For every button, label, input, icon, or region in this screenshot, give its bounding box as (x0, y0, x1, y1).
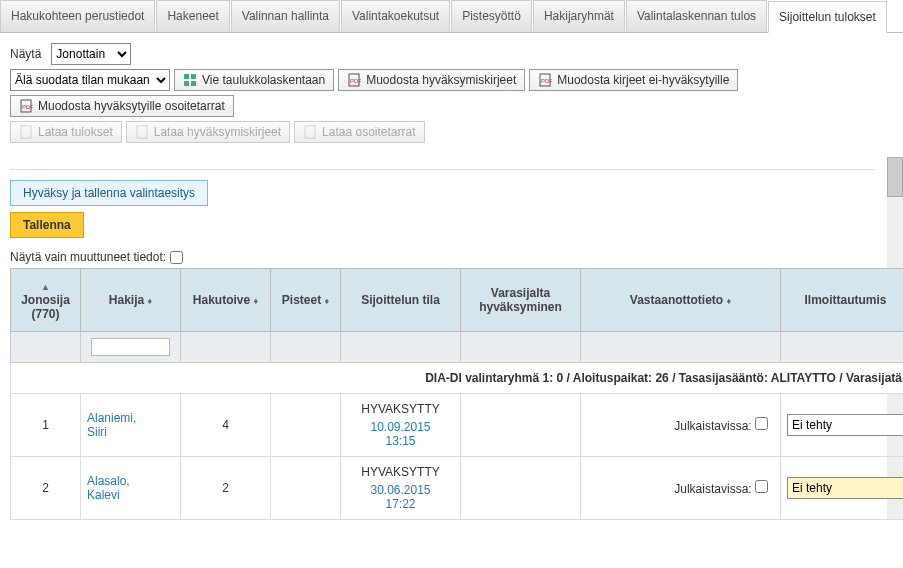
cell-hakija-link[interactable]: Alasalo,Kalevi (81, 457, 181, 520)
ilmo-select[interactable]: Ei tehty (787, 414, 903, 436)
col-jonosija[interactable]: ▲Jonosija (770) (11, 269, 81, 332)
cell-vara (461, 394, 581, 457)
ei-label: Muodosta kirjeet ei-hyväksytyille (557, 73, 729, 87)
cell-hakija-link[interactable]: Alaniemi,Siiri (81, 394, 181, 457)
tab-laskenta[interactable]: Valintalaskennan tulos (626, 0, 767, 32)
hyv-label: Muodosta hyväksymiskirjeet (366, 73, 516, 87)
ilmo-select[interactable]: Ei tehty (787, 477, 903, 499)
cell-toive: 4 (181, 394, 271, 457)
tab-bar: Hakukohteen perustiedot Hakeneet Valinna… (0, 0, 903, 33)
download-labels-button: Lataa osoitetarrat (294, 121, 424, 143)
tab-sijoittelun[interactable]: Sijoittelun tulokset (768, 1, 887, 33)
tab-hakijaryhmat[interactable]: Hakijaryhmät (533, 0, 625, 32)
export-label: Vie taulukkolaskentaan (202, 73, 325, 87)
svg-rect-12 (305, 126, 315, 138)
svg-rect-11 (137, 126, 147, 138)
pdf-icon: PDF (347, 73, 361, 87)
lataa-tul-label: Lataa tulokset (38, 125, 113, 139)
cell-ilmo: Ei tehty (781, 394, 904, 457)
julkaistavissa-checkbox[interactable] (755, 480, 768, 493)
pdf-icon: PDF (538, 73, 552, 87)
svg-rect-10 (21, 126, 31, 138)
cell-pisteet (271, 457, 341, 520)
tab-valinnan[interactable]: Valinnan hallinta (231, 0, 340, 32)
download-acceptance-button: Lataa hyväksymiskirjeet (126, 121, 290, 143)
group-header-row: DIA-DI valintaryhmä 1: 0 / Aloituspaikat… (11, 363, 904, 394)
svg-rect-0 (184, 74, 189, 79)
julkaistavissa-checkbox[interactable] (755, 417, 768, 430)
cell-ilmo: Ei tehty (781, 457, 904, 520)
cell-vara (461, 457, 581, 520)
pdf-icon (19, 125, 33, 139)
col-vastaanotto[interactable]: Vastaanottotieto ♦ (581, 269, 781, 332)
col-sijoittelun[interactable]: Sijoittelun tila (341, 269, 461, 332)
cell-jono: 2 (11, 457, 81, 520)
save-button[interactable]: Tallenna (10, 212, 84, 238)
download-results-button: Lataa tulokset (10, 121, 122, 143)
create-rejection-letters-button[interactable]: PDF Muodosta kirjeet ei-hyväksytyille (529, 69, 738, 91)
filter-hakija-input[interactable] (91, 338, 169, 356)
cell-toive: 2 (181, 457, 271, 520)
svg-rect-1 (191, 74, 196, 79)
changed-only-label: Näytä vain muuttuneet tiedot: (10, 250, 166, 264)
svg-text:PDF: PDF (22, 104, 33, 110)
tab-kutsut[interactable]: Valintakoekutsut (341, 0, 450, 32)
filter-row (11, 332, 904, 363)
pdf-icon (135, 125, 149, 139)
tab-pistesyotto[interactable]: Pistesyöttö (451, 0, 532, 32)
cell-jono: 1 (11, 394, 81, 457)
create-address-labels-button[interactable]: PDF Muodosta hyväksytyille osoitetarrat (10, 95, 234, 117)
nayta-label: Näytä (10, 47, 41, 61)
cell-vast: Julkaistavissa: (581, 457, 781, 520)
cell-status[interactable]: HYVAKSYTTY 10.09.2015 13:15 (341, 394, 461, 457)
tab-perustiedot[interactable]: Hakukohteen perustiedot (0, 0, 155, 32)
cell-status[interactable]: HYVAKSYTTY 30.06.2015 17:22 (341, 457, 461, 520)
lataa-hyv-label: Lataa hyväksymiskirjeet (154, 125, 281, 139)
export-spreadsheet-button[interactable]: Vie taulukkolaskentaan (174, 69, 334, 91)
col-ilmoittautumis[interactable]: Ilmoittautumis (781, 269, 904, 332)
cell-vast: Julkaistavissa: (581, 394, 781, 457)
create-acceptance-letters-button[interactable]: PDF Muodosta hyväksymiskirjeet (338, 69, 525, 91)
svg-text:PDF: PDF (350, 78, 361, 84)
cell-pisteet (271, 394, 341, 457)
tab-hakeneet[interactable]: Hakeneet (156, 0, 229, 32)
changed-only-checkbox[interactable] (170, 251, 183, 264)
spreadsheet-icon (183, 73, 197, 87)
results-table: ▲Jonosija (770) Hakija ♦ Hakutoive ♦ Pis… (10, 268, 903, 520)
nayta-select[interactable]: Jonottain (51, 43, 131, 65)
col-pisteet[interactable]: Pisteet ♦ (271, 269, 341, 332)
svg-rect-2 (184, 81, 189, 86)
table-row: 2 Alasalo,Kalevi 2 HYVAKSYTTY 30.06.2015… (11, 457, 904, 520)
lataa-osoite-label: Lataa osoitetarrat (322, 125, 415, 139)
svg-rect-3 (191, 81, 196, 86)
pdf-icon: PDF (19, 99, 33, 113)
col-varasijalta[interactable]: Varasijalta hyväksyminen (461, 269, 581, 332)
filter-select[interactable]: Älä suodata tilan mukaan (10, 69, 170, 91)
pdf-icon (303, 125, 317, 139)
osoite-label: Muodosta hyväksytyille osoitetarrat (38, 99, 225, 113)
col-hakija[interactable]: Hakija ♦ (81, 269, 181, 332)
col-hakutoive[interactable]: Hakutoive ♦ (181, 269, 271, 332)
group-header-text: DIA-DI valintaryhmä 1: 0 / Aloituspaikat… (11, 363, 904, 394)
approve-save-button[interactable]: Hyväksy ja tallenna valintaesitys (10, 180, 208, 206)
svg-text:PDF: PDF (541, 78, 552, 84)
table-row: 1 Alaniemi,Siiri 4 HYVAKSYTTY 10.09.2015… (11, 394, 904, 457)
